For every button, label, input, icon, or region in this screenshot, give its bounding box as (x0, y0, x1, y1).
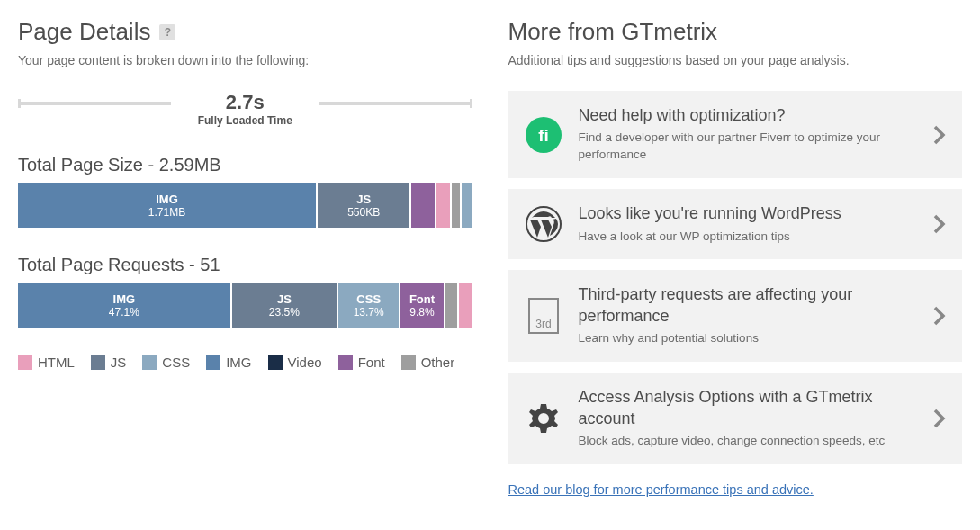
tip-title: Need help with optimization? (579, 105, 918, 126)
tip-desc: Learn why and potential solutions (579, 330, 918, 347)
legend-label: IMG (226, 355, 251, 370)
segment-img[interactable]: IMG1.71MB (18, 183, 318, 228)
legend-item-font: Font (338, 355, 385, 370)
legend-item-img: IMG (206, 355, 251, 370)
more-subtitle: Additional tips and suggestions based on… (508, 53, 963, 67)
blog-link[interactable]: Read our blog for more performance tips … (508, 482, 814, 497)
legend-swatch (142, 355, 157, 370)
segment-img[interactable]: IMG47.1% (18, 283, 232, 328)
page-requests-title: Total Page Requests - 51 (18, 255, 472, 275)
page-size-bar: IMG1.71MBJS550KB (18, 183, 472, 228)
tip-title: Access Analysis Options with a GTmetrix … (579, 387, 918, 429)
load-time-value: 2.7s (198, 91, 292, 114)
segment-css[interactable] (462, 183, 472, 228)
chevron-right-icon (933, 306, 946, 326)
legend-swatch (268, 355, 283, 370)
legend-item-html: HTML (18, 355, 75, 370)
segment-css[interactable]: CSS13.7% (338, 283, 400, 328)
chevron-right-icon (933, 214, 946, 234)
tip-title: Looks like you're running WordPress (579, 203, 918, 224)
fiverr-icon: fi (525, 116, 562, 154)
legend-swatch (338, 355, 353, 370)
segment-other[interactable] (452, 183, 462, 228)
legend-swatch (206, 355, 220, 370)
legend-swatch (91, 355, 105, 370)
legend-label: Font (358, 355, 385, 370)
legend-item-js: JS (91, 355, 127, 370)
help-icon[interactable]: ? (159, 24, 175, 40)
legend-label: CSS (162, 355, 190, 370)
more-title: More from GTmetrix (508, 18, 963, 46)
legend-swatch (18, 355, 32, 370)
tip-desc: Have a look at our WP optimization tips (579, 229, 918, 246)
segment-js[interactable]: JS23.5% (232, 283, 339, 328)
tip-desc: Block ads, capture video, change connect… (579, 433, 918, 450)
chevron-right-icon (933, 409, 946, 428)
page-details-title: Page Details ? (18, 18, 472, 46)
legend-label: Other (421, 355, 455, 370)
page-details-title-text: Page Details (18, 18, 150, 46)
gear-icon (525, 400, 562, 437)
legend: HTMLJSCSSIMGVideoFontOther (18, 355, 472, 370)
segment-html[interactable] (436, 183, 452, 228)
tip-third-party[interactable]: 3rd Third-party requests are affecting y… (508, 270, 963, 362)
tip-fiverr[interactable]: fi Need help with optimization? Find a d… (508, 91, 963, 178)
load-time-indicator: 2.7s Fully Loaded Time (18, 91, 472, 128)
legend-item-video: Video (268, 355, 322, 370)
legend-label: HTML (38, 355, 75, 370)
third-party-icon: 3rd (525, 297, 562, 335)
svg-text:3rd: 3rd (535, 318, 551, 330)
tip-wordpress[interactable]: Looks like you're running WordPress Have… (508, 189, 963, 259)
legend-item-other: Other (401, 355, 455, 370)
tip-account-options[interactable]: Access Analysis Options with a GTmetrix … (508, 373, 963, 464)
legend-label: JS (111, 355, 127, 370)
page-details-subtitle: Your page content is broken down into th… (18, 53, 472, 67)
segment-js[interactable]: JS550KB (318, 183, 411, 228)
segment-html[interactable] (459, 283, 472, 328)
tip-desc: Find a developer with our partner Fiverr… (579, 130, 918, 164)
page-requests-bar: IMG47.1%JS23.5%CSS13.7%Font9.8% (18, 283, 472, 328)
legend-swatch (401, 355, 416, 370)
segment-other[interactable] (445, 283, 459, 328)
load-time-label: Fully Loaded Time (198, 114, 292, 127)
tip-title: Third-party requests are affecting your … (579, 284, 918, 327)
segment-font[interactable] (411, 183, 436, 228)
svg-text:fi: fi (538, 126, 549, 145)
page-size-title: Total Page Size - 2.59MB (18, 155, 472, 175)
wordpress-icon (525, 205, 562, 243)
chevron-right-icon (933, 125, 946, 145)
segment-font[interactable]: Font9.8% (400, 283, 445, 328)
legend-item-css: CSS (142, 355, 190, 370)
legend-label: Video (288, 355, 322, 370)
